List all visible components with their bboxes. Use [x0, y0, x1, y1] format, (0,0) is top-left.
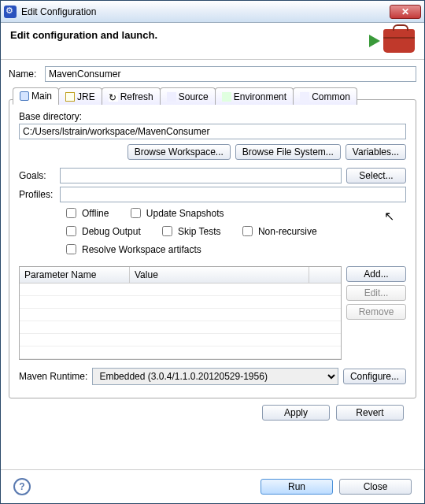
- options-checks: Offline Update Snapshots Debug Output Sk…: [63, 206, 406, 260]
- header-icons: [369, 29, 415, 53]
- non-recursive-checkbox-label[interactable]: Non-recursive: [239, 224, 317, 239]
- runtime-label: Maven Runtime:: [19, 371, 87, 382]
- tab-source[interactable]: Source: [160, 87, 216, 105]
- revert-button[interactable]: Revert: [336, 405, 404, 421]
- help-button[interactable]: ?: [13, 478, 31, 495]
- tabs: Main JRE ↻Refresh Source Environment Com…: [13, 87, 409, 105]
- tab-environment[interactable]: Environment: [215, 87, 294, 105]
- resolve-workspace-checkbox[interactable]: [66, 244, 76, 254]
- table-row: [20, 309, 341, 321]
- apply-revert-bar: Apply Revert: [9, 398, 416, 427]
- table-row: [20, 296, 341, 309]
- debug-output-checkbox-label[interactable]: Debug Output: [63, 224, 141, 239]
- update-snapshots-checkbox-label[interactable]: Update Snapshots: [128, 206, 224, 220]
- profiles-label: Profiles:: [19, 189, 55, 200]
- goals-label: Goals:: [19, 170, 55, 181]
- config-panel: Main JRE ↻Refresh Source Environment Com…: [9, 99, 416, 398]
- configure-runtime-button[interactable]: Configure...: [343, 369, 406, 384]
- tab-refresh[interactable]: ↻Refresh: [102, 87, 161, 105]
- table-row: [20, 284, 341, 296]
- update-snapshots-checkbox[interactable]: [131, 208, 141, 218]
- apply-button[interactable]: Apply: [262, 405, 330, 421]
- run-button[interactable]: Run: [261, 479, 333, 495]
- tab-main-body: Base directory: Browse Workspace... Brow…: [16, 105, 409, 385]
- browse-filesystem-button[interactable]: Browse File System...: [235, 144, 341, 160]
- select-goals-button[interactable]: Select...: [346, 168, 406, 183]
- offline-checkbox-label[interactable]: Offline: [63, 206, 109, 220]
- skip-tests-checkbox-label[interactable]: Skip Tests: [159, 224, 220, 239]
- jre-icon: [65, 92, 75, 102]
- toolbox-icon: [383, 29, 415, 53]
- non-recursive-checkbox[interactable]: [242, 226, 253, 236]
- skip-tests-checkbox[interactable]: [162, 226, 172, 236]
- dialog-footer: ? Run Close: [1, 470, 424, 503]
- browse-workspace-button[interactable]: Browse Workspace...: [128, 144, 231, 160]
- environment-icon: [222, 92, 231, 102]
- refresh-icon: ↻: [109, 92, 118, 102]
- remove-parameter-button: Remove: [346, 304, 406, 320]
- dialog-title: Edit configuration and launch.: [10, 29, 369, 41]
- source-icon: [167, 92, 176, 102]
- main-icon: [20, 91, 29, 101]
- window-close-button[interactable]: ✕: [390, 5, 421, 19]
- table-rows-empty: [20, 284, 341, 359]
- tab-jre[interactable]: JRE: [58, 87, 102, 105]
- table-row: [20, 346, 341, 359]
- variables-button[interactable]: Variables...: [346, 144, 406, 160]
- app-icon: [4, 6, 17, 18]
- goals-input[interactable]: [60, 168, 342, 183]
- edit-parameter-button: Edit...: [346, 285, 406, 301]
- debug-output-checkbox[interactable]: [66, 226, 76, 236]
- parameters-table[interactable]: Parameter Name Value: [19, 266, 342, 360]
- offline-checkbox[interactable]: [66, 208, 76, 218]
- param-blank-header: [309, 267, 341, 283]
- param-value-header: Value: [130, 267, 309, 283]
- table-row: [20, 334, 341, 346]
- titlebar: Edit Configuration ✕: [1, 1, 424, 23]
- param-name-header: Parameter Name: [20, 267, 130, 283]
- profiles-input[interactable]: [60, 187, 406, 202]
- add-parameter-button[interactable]: Add...: [346, 266, 406, 282]
- titlebar-text: Edit Configuration: [21, 6, 390, 17]
- tab-common[interactable]: Common: [293, 87, 357, 105]
- dialog-content: Name: Main JRE ↻Refresh Source Environme…: [1, 60, 424, 469]
- name-input[interactable]: [45, 66, 416, 82]
- table-header: Parameter Name Value: [20, 267, 341, 284]
- tab-main[interactable]: Main: [13, 87, 59, 105]
- basedir-input[interactable]: [19, 124, 406, 139]
- resolve-workspace-checkbox-label[interactable]: Resolve Workspace artifacts: [63, 242, 201, 257]
- close-button[interactable]: Close: [339, 479, 412, 495]
- table-row: [20, 321, 341, 334]
- runtime-select[interactable]: Embedded (3.0.4/1.1.0.20120529-1956): [92, 368, 338, 385]
- common-icon: [300, 92, 309, 102]
- basedir-label: Base directory:: [19, 111, 406, 122]
- run-icon: [369, 35, 380, 47]
- dialog-header: Edit configuration and launch.: [1, 23, 424, 60]
- dialog-window: Edit Configuration ✕ Edit configuration …: [0, 0, 425, 504]
- name-label: Name:: [9, 69, 40, 80]
